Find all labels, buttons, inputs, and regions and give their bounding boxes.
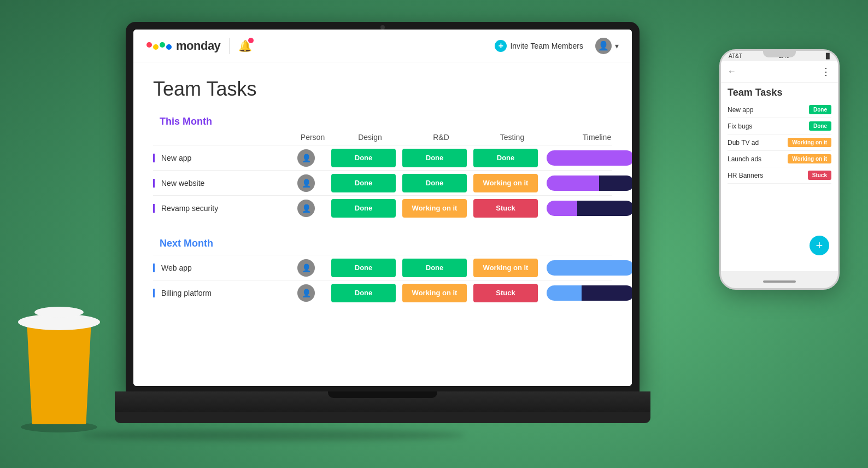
laptop: monday 🔔 + Invite Team Members 👤 ▾ (115, 22, 650, 437)
phone-more-icon[interactable]: ⋮ (821, 66, 831, 78)
status-done: Done (402, 174, 467, 192)
status-done: Done (331, 199, 396, 218)
status-working: Working on it (473, 259, 538, 277)
next-month-section: Next Month Web app 👤 Done Done (153, 238, 612, 305)
cell-design-web-app[interactable]: Done (328, 259, 399, 277)
logo-dot-blue (166, 44, 172, 50)
cell-rd-new-app[interactable]: Done (399, 149, 470, 167)
user-avatar: 👤 (594, 37, 613, 55)
cell-person-revamp: 👤 (284, 200, 328, 217)
phone-home-indicator[interactable] (763, 280, 796, 283)
next-month-title: Next Month (153, 238, 612, 249)
table-row: Billing platform 👤 Done Working on it (153, 280, 612, 305)
list-item: Launch ads Working on it (728, 151, 831, 167)
coffee-cup (15, 304, 103, 424)
cell-testing-web-app[interactable]: Working on it (470, 259, 541, 277)
row-label-new-website: New website (153, 179, 284, 188)
app-content: Team Tasks This Month Person Design R&D … (133, 62, 632, 386)
timeline-bar (547, 201, 632, 216)
cell-person-web-app: 👤 (284, 259, 328, 277)
col-timeline: Timeline (548, 133, 632, 142)
laptop-camera (380, 25, 385, 30)
invite-plus-icon: + (495, 40, 507, 52)
logo-area: monday (146, 39, 220, 53)
status-done: Done (473, 149, 538, 167)
phone-back-icon[interactable]: ← (728, 67, 736, 77)
person-avatar-5: 👤 (297, 284, 315, 302)
logo-dot-yellow (153, 44, 159, 50)
list-item: Fix bugs Done (728, 118, 831, 134)
phone-item-badge: Working on it (788, 154, 831, 163)
status-working: Working on it (402, 199, 467, 218)
person-avatar-1: 👤 (297, 149, 315, 167)
col-testing: Testing (477, 133, 548, 142)
avatar-chevron-icon: ▾ (615, 42, 619, 50)
phone-body: AT&T 2:40 ▉ ← ⋮ Team Tasks New app Done … (719, 49, 840, 290)
row-label-billing: Billing platform (153, 289, 284, 297)
person-avatar-2: 👤 (297, 174, 315, 192)
header-divider (229, 38, 230, 54)
logo-dots (146, 42, 172, 50)
timeline-bar (547, 285, 632, 301)
laptop-foot (115, 412, 650, 423)
cell-timeline-web-app (541, 260, 632, 276)
status-done: Done (331, 284, 396, 302)
invite-label: Invite Team Members (510, 42, 583, 50)
phone-item-badge: Working on it (788, 138, 831, 147)
cell-design-billing[interactable]: Done (328, 284, 399, 302)
cell-rd-web-app[interactable]: Done (399, 259, 470, 277)
cell-testing-new-website[interactable]: Working on it (470, 174, 541, 192)
list-item: Dub TV ad Working on it (728, 134, 831, 151)
phone-fab-button[interactable]: + (810, 236, 829, 255)
row-label-revamp-security: Revamp security (153, 204, 284, 213)
status-done: Done (331, 149, 396, 167)
notification-dot (248, 38, 254, 43)
cell-rd-new-website[interactable]: Done (399, 174, 470, 192)
person-avatar-4: 👤 (297, 259, 315, 277)
phone-app-bar: ← ⋮ (721, 61, 838, 83)
phone-item-name: HR Banners (728, 172, 763, 179)
phone-title: Team Tasks (721, 83, 838, 102)
cell-design-revamp[interactable]: Done (328, 199, 399, 218)
bell-icon-wrap[interactable]: 🔔 (238, 39, 252, 52)
col-rd: R&D (406, 133, 477, 142)
cell-timeline-new-app (541, 150, 632, 166)
row-label-new-app: New app (153, 154, 284, 162)
status-done: Done (402, 259, 467, 277)
table-row: Revamp security 👤 Done Working on it (153, 195, 612, 220)
phone-fab-icon: + (816, 238, 823, 253)
laptop-base (115, 391, 650, 413)
cell-timeline-billing (541, 285, 632, 301)
cell-rd-billing[interactable]: Working on it (399, 284, 470, 302)
cell-design-new-app[interactable]: Done (328, 149, 399, 167)
cell-testing-revamp[interactable]: Stuck (470, 199, 541, 218)
list-item: New app Done (728, 102, 831, 118)
cell-timeline-revamp (541, 201, 632, 216)
cell-timeline-new-website (541, 176, 632, 191)
logo-dot-green (160, 42, 165, 48)
app-header: monday 🔔 + Invite Team Members 👤 ▾ (133, 30, 632, 62)
cell-testing-new-app[interactable]: Done (470, 149, 541, 167)
status-stuck: Stuck (473, 199, 538, 218)
status-done: Done (331, 259, 396, 277)
timeline-bar (547, 176, 632, 191)
cell-person-new-website: 👤 (284, 174, 328, 192)
phone-screen: ← ⋮ Team Tasks New app Done Fix bugs Don… (721, 61, 838, 271)
status-working: Working on it (402, 284, 467, 302)
cell-testing-billing[interactable]: Stuck (470, 284, 541, 302)
logo-dot-red (146, 42, 152, 48)
cell-rd-revamp[interactable]: Working on it (399, 199, 470, 218)
list-item: HR Banners Stuck (728, 167, 831, 184)
timeline-bar (547, 150, 632, 166)
col-design: Design (335, 133, 406, 142)
phone-item-name: Dub TV ad (728, 139, 759, 147)
page-title: Team Tasks (153, 78, 612, 101)
status-stuck: Stuck (473, 284, 538, 302)
laptop-screen: monday 🔔 + Invite Team Members 👤 ▾ (133, 30, 632, 386)
cell-design-new-website[interactable]: Done (328, 174, 399, 192)
table-row: Web app 👤 Done Done Working on (153, 255, 612, 280)
phone-item-badge: Done (809, 121, 831, 131)
person-avatar-3: 👤 (297, 200, 315, 217)
invite-button[interactable]: + Invite Team Members (495, 40, 583, 52)
avatar-group[interactable]: 👤 ▾ (594, 37, 619, 55)
